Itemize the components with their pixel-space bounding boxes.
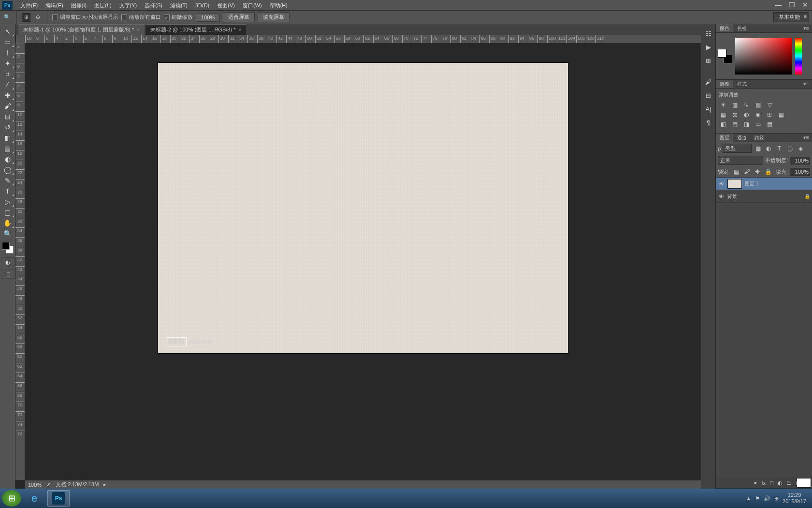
share-icon[interactable]: ↗ xyxy=(46,481,51,488)
new-adj-layer-icon[interactable]: ◐ xyxy=(778,480,783,486)
zoom-out-icon[interactable]: ⊖ xyxy=(33,13,42,22)
ruler-vertical[interactable]: 4202468101214161820222426283032343638404… xyxy=(15,44,25,480)
close-tab-icon[interactable]: × xyxy=(238,27,241,32)
tab-swatches[interactable]: 色板 xyxy=(733,24,751,32)
path-select-tool[interactable]: ▷ xyxy=(1,196,14,207)
gradient-tool[interactable]: ▦ xyxy=(1,143,14,154)
filter-smart-icon[interactable]: ◈ xyxy=(796,145,805,152)
layer-row[interactable]: 👁 背景 🔒 xyxy=(716,190,812,203)
zoom-100-button[interactable]: 100% xyxy=(196,13,220,22)
panel-menu-icon[interactable]: ▾≡ xyxy=(800,24,812,32)
doc-size[interactable]: 文档:2.13M/2.13M xyxy=(56,481,99,488)
bw-icon[interactable]: ◐ xyxy=(742,111,751,119)
clone-panel-icon[interactable]: ⊟ xyxy=(703,90,714,101)
color-field[interactable] xyxy=(735,38,792,75)
tab-layers[interactable]: 图层 xyxy=(716,134,733,142)
menu-image[interactable]: 图像(I) xyxy=(67,0,90,11)
hand-tool[interactable]: ✋ xyxy=(1,218,14,228)
menu-layer[interactable]: 图层(L) xyxy=(90,0,115,11)
fit-screen-button[interactable]: 适合屏幕 xyxy=(223,12,255,22)
invert-icon[interactable]: ◧ xyxy=(719,120,727,128)
posterize-icon[interactable]: ▤ xyxy=(730,120,739,128)
resize-window-check[interactable]: 调整窗口大小以满屏显示 xyxy=(52,14,118,21)
menu-filter[interactable]: 滤镜(T) xyxy=(166,0,191,11)
dodge-tool[interactable]: ◯ xyxy=(1,164,14,175)
hue-icon[interactable]: ▦ xyxy=(719,111,727,119)
tab-doc2[interactable]: 未标题-2 @ 100% (图层 1, RGB/8) *× xyxy=(145,24,246,35)
pen-tool[interactable]: ✎ xyxy=(1,175,14,186)
levels-icon[interactable]: ▥ xyxy=(730,101,739,109)
menu-file[interactable]: 文件(F) xyxy=(16,0,42,11)
tray-network-icon[interactable]: ⊞ xyxy=(774,495,779,502)
tab-styles[interactable]: 样式 xyxy=(733,80,751,88)
blur-tool[interactable]: ◐ xyxy=(1,154,14,164)
vibrance-icon[interactable]: ▽ xyxy=(765,101,774,109)
type-tool[interactable]: T xyxy=(1,186,14,196)
actions-panel-icon[interactable]: ▶ xyxy=(703,42,714,52)
filter-type-icon[interactable]: T xyxy=(775,145,783,152)
menu-edit[interactable]: 编辑(E) xyxy=(42,0,67,11)
visibility-toggle[interactable]: 👁 xyxy=(718,181,725,187)
ruler-horizontal[interactable]: 1086420246810121416182022242628303234363… xyxy=(25,35,701,44)
curves-icon[interactable]: ∿ xyxy=(742,101,751,109)
layer-thumb[interactable] xyxy=(797,478,811,488)
move-tool[interactable]: ↖ xyxy=(1,26,14,37)
layer-mask-icon[interactable]: ◻ xyxy=(769,480,774,486)
channel-mix-icon[interactable]: ⊞ xyxy=(765,111,774,119)
zoom-all-check[interactable]: 缩放所有窗口 xyxy=(121,14,161,21)
tray-flag-icon[interactable]: ▲ xyxy=(746,495,751,501)
brightness-icon[interactable]: ☀ xyxy=(719,101,727,109)
fill-input[interactable]: 100% xyxy=(790,168,810,176)
tab-doc1[interactable]: 未标题-1 @ 100% (自然饱和度 1, 图层蒙版/8) *× xyxy=(18,24,145,35)
photo-filter-icon[interactable]: ◉ xyxy=(754,111,762,119)
close-button[interactable]: ✕ xyxy=(798,1,812,10)
selective-color-icon[interactable]: ▦ xyxy=(765,120,774,128)
zoom-in-icon[interactable]: ⊕ xyxy=(22,13,30,22)
exposure-icon[interactable]: ▤ xyxy=(754,101,762,109)
screenmode-toggle[interactable]: ⬚ xyxy=(1,269,14,279)
shape-tool[interactable]: ▢ xyxy=(1,207,14,218)
lasso-tool[interactable]: ⌇ xyxy=(1,47,14,58)
gradient-map-icon[interactable]: ▭ xyxy=(754,120,762,128)
menu-view[interactable]: 视图(V) xyxy=(213,0,239,11)
lock-pixels-icon[interactable]: 🖌 xyxy=(742,168,751,176)
properties-panel-icon[interactable]: ⊞ xyxy=(703,55,714,66)
new-group-icon[interactable]: 🗀 xyxy=(786,480,792,486)
quickmask-toggle[interactable]: ◐ xyxy=(1,257,14,267)
tab-paths[interactable]: 路径 xyxy=(751,134,768,142)
panel-menu-icon[interactable]: ▾≡ xyxy=(800,80,812,88)
wand-tool[interactable]: ✦ xyxy=(1,58,14,69)
eyedropper-tool[interactable]: ⁄ xyxy=(1,79,14,90)
zoom-tool-icon[interactable]: 🔍 xyxy=(3,13,12,22)
foreground-background-swatch[interactable] xyxy=(1,241,14,254)
eraser-tool[interactable]: ◧ xyxy=(1,133,14,143)
blend-mode-select[interactable]: 正常 xyxy=(718,156,763,165)
layer-name[interactable]: 背景 xyxy=(727,193,737,200)
tray-action-center-icon[interactable]: ⚑ xyxy=(755,495,760,502)
link-layers-icon[interactable]: ⚭ xyxy=(753,480,757,486)
taskbar-photoshop[interactable]: Ps xyxy=(47,490,70,507)
hue-slider[interactable] xyxy=(795,38,802,75)
scrubby-zoom-check[interactable]: 细微缩放 xyxy=(164,14,193,21)
visibility-toggle[interactable]: 👁 xyxy=(718,194,725,199)
layer-thumb[interactable] xyxy=(727,179,742,189)
taskbar-ie[interactable]: e xyxy=(23,490,45,507)
brush-tool[interactable]: 🖌 xyxy=(1,101,14,111)
menu-window[interactable]: 窗口(W) xyxy=(239,0,266,11)
fill-screen-button[interactable]: 填充屏幕 xyxy=(258,12,290,22)
menu-type[interactable]: 文字(Y) xyxy=(116,0,141,11)
menu-3d[interactable]: 3D(D) xyxy=(191,0,213,11)
tab-channels[interactable]: 通道 xyxy=(733,134,751,142)
start-button[interactable]: ⊞ xyxy=(2,490,21,507)
history-panel-icon[interactable]: ☷ xyxy=(703,28,714,39)
layer-fx-icon[interactable]: fx xyxy=(761,480,766,486)
color-picker-fgbg[interactable] xyxy=(718,49,732,63)
lookup-icon[interactable]: ▦ xyxy=(777,111,785,119)
layer-filter[interactable]: 类型 xyxy=(723,144,752,153)
threshold-icon[interactable]: ◨ xyxy=(742,120,751,128)
canvas[interactable]: 昵图网nipic.com/ xyxy=(158,63,568,353)
healing-tool[interactable]: ✚ xyxy=(1,90,14,101)
history-brush-tool[interactable]: ↺ xyxy=(1,122,14,133)
marquee-tool[interactable]: ▭ xyxy=(1,37,14,47)
maximize-button[interactable]: ❐ xyxy=(785,1,798,10)
